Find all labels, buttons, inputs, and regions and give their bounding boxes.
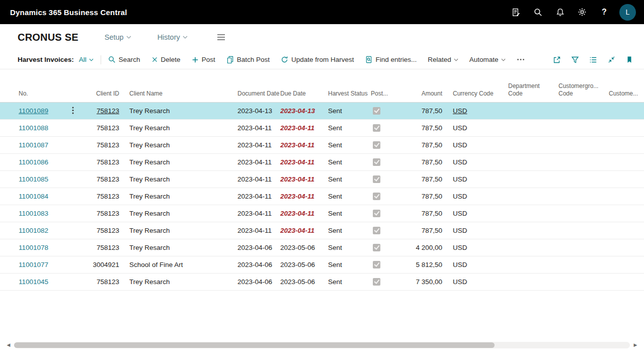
table-row[interactable]: 11001082 758123 Trey Resarch 2023-04-11 … bbox=[0, 222, 644, 239]
currency-code-cell[interactable]: USD bbox=[444, 210, 499, 217]
due-date-cell[interactable]: 2023-05-06 bbox=[280, 278, 328, 286]
table-row[interactable]: 11001089 758123 Trey Resarch 2023-04-13 … bbox=[0, 103, 644, 120]
column-header-document-date[interactable]: Document Date bbox=[237, 90, 280, 98]
automate-dropdown[interactable]: Automate bbox=[469, 56, 506, 63]
client-name-cell[interactable]: Trey Resarch bbox=[121, 107, 237, 115]
column-header-harvest-status[interactable]: Harvest Status bbox=[328, 90, 371, 98]
amount-cell[interactable]: 787,50 bbox=[404, 107, 444, 115]
amount-cell[interactable]: 787,50 bbox=[404, 175, 444, 183]
currency-code-cell[interactable]: USD bbox=[444, 261, 499, 268]
column-header-due-date[interactable]: Due Date bbox=[280, 90, 328, 98]
document-date-cell[interactable]: 2023-04-13 bbox=[237, 107, 280, 115]
harvest-status-cell[interactable]: Sent bbox=[328, 175, 371, 183]
document-date-cell[interactable]: 2023-04-11 bbox=[237, 227, 280, 234]
client-name-cell[interactable]: Trey Resarch bbox=[121, 193, 237, 200]
harvest-status-cell[interactable]: Sent bbox=[328, 158, 371, 166]
client-id-cell[interactable]: 758123 bbox=[83, 158, 121, 166]
scrollbar-track[interactable] bbox=[14, 342, 630, 348]
update-from-harvest-button[interactable]: Update from Harvest bbox=[281, 56, 354, 63]
currency-code-cell[interactable]: USD bbox=[444, 141, 499, 149]
feedback-button[interactable] bbox=[505, 1, 527, 23]
scrollbar-thumb[interactable] bbox=[14, 342, 495, 348]
currency-code-cell[interactable]: USD bbox=[444, 278, 499, 286]
document-date-cell[interactable]: 2023-04-11 bbox=[237, 158, 280, 166]
search-button[interactable] bbox=[527, 1, 549, 23]
column-header-department-code[interactable]: Department Code bbox=[499, 82, 549, 98]
table-row[interactable]: 11001045 758123 Trey Resarch 2023-04-06 … bbox=[0, 274, 644, 291]
amount-cell[interactable]: 7 350,00 bbox=[404, 278, 444, 286]
table-row[interactable]: 11001084 758123 Trey Resarch 2023-04-11 … bbox=[0, 188, 644, 205]
document-date-cell[interactable]: 2023-04-11 bbox=[237, 193, 280, 200]
invoice-no-link[interactable]: 11001084 bbox=[19, 193, 48, 200]
amount-cell[interactable]: 5 812,50 bbox=[404, 261, 444, 268]
client-name-cell[interactable]: Trey Resarch bbox=[121, 278, 237, 286]
table-row[interactable]: 11001086 758123 Trey Resarch 2023-04-11 … bbox=[0, 154, 644, 171]
due-date-cell[interactable]: 2023-04-11 bbox=[280, 210, 328, 217]
due-date-cell[interactable]: 2023-05-06 bbox=[280, 244, 328, 251]
client-name-cell[interactable]: School of Fine Art bbox=[121, 261, 237, 268]
avatar[interactable]: L bbox=[619, 4, 636, 21]
client-id-cell[interactable]: 758123 bbox=[83, 227, 121, 234]
client-id-cell[interactable]: 758123 bbox=[83, 107, 121, 115]
harvest-status-cell[interactable]: Sent bbox=[328, 244, 371, 251]
column-header-currency-code[interactable]: Currency Code bbox=[444, 90, 499, 98]
amount-cell[interactable]: 787,50 bbox=[404, 141, 444, 149]
currency-code-cell[interactable]: USD bbox=[444, 175, 499, 183]
column-header-no[interactable]: No. bbox=[19, 90, 68, 98]
currency-code-cell[interactable]: USD bbox=[444, 124, 499, 132]
due-date-cell[interactable]: 2023-04-11 bbox=[280, 141, 328, 149]
menu-setup[interactable]: Setup bbox=[105, 33, 131, 41]
invoice-no-link[interactable]: 11001082 bbox=[19, 227, 48, 234]
related-dropdown[interactable]: Related bbox=[428, 56, 458, 63]
currency-code-cell[interactable]: USD bbox=[444, 193, 499, 200]
table-row[interactable]: 11001087 758123 Trey Resarch 2023-04-11 … bbox=[0, 137, 644, 154]
more-options-button[interactable] bbox=[517, 58, 525, 61]
due-date-cell[interactable]: 2023-05-06 bbox=[280, 261, 328, 268]
table-row[interactable]: 11001078 758123 Trey Resarch 2023-04-06 … bbox=[0, 239, 644, 256]
amount-cell[interactable]: 787,50 bbox=[404, 124, 444, 132]
delete-button[interactable]: Delete bbox=[151, 56, 181, 63]
share-button[interactable] bbox=[550, 53, 564, 66]
app-title[interactable]: Dynamics 365 Business Central bbox=[10, 8, 127, 17]
document-date-cell[interactable]: 2023-04-06 bbox=[237, 261, 280, 268]
search-list-button[interactable]: Search bbox=[108, 56, 140, 63]
client-name-cell[interactable]: Trey Resarch bbox=[121, 158, 237, 166]
amount-cell[interactable]: 4 200,00 bbox=[404, 244, 444, 251]
client-id-cell[interactable]: 758123 bbox=[83, 175, 121, 183]
find-entries-button[interactable]: Find entries... bbox=[365, 56, 417, 63]
column-header-amount[interactable]: Amount bbox=[404, 90, 444, 98]
currency-code-cell[interactable]: USD bbox=[444, 227, 499, 234]
filter-button[interactable] bbox=[569, 53, 582, 66]
client-id-cell[interactable]: 758123 bbox=[83, 210, 121, 217]
client-id-cell[interactable]: 758123 bbox=[83, 244, 121, 251]
menu-more-button[interactable] bbox=[217, 34, 225, 41]
table-row[interactable]: 11001085 758123 Trey Resarch 2023-04-11 … bbox=[0, 171, 644, 188]
invoice-no-link[interactable]: 11001087 bbox=[19, 141, 48, 149]
menu-history[interactable]: History bbox=[157, 33, 188, 41]
client-name-cell[interactable]: Trey Resarch bbox=[121, 210, 237, 217]
collapse-button[interactable] bbox=[605, 53, 618, 66]
client-name-cell[interactable]: Trey Resarch bbox=[121, 175, 237, 183]
harvest-status-cell[interactable]: Sent bbox=[328, 210, 371, 217]
due-date-cell[interactable]: 2023-04-11 bbox=[280, 175, 328, 183]
bookmark-button[interactable] bbox=[623, 53, 636, 66]
client-id-cell[interactable]: 758123 bbox=[83, 141, 121, 149]
invoice-no-link[interactable]: 11001089 bbox=[19, 107, 48, 115]
harvest-status-cell[interactable]: Sent bbox=[328, 227, 371, 234]
help-button[interactable]: ? bbox=[593, 1, 615, 23]
table-row[interactable]: 11001088 758123 Trey Resarch 2023-04-11 … bbox=[0, 120, 644, 137]
client-id-cell[interactable]: 3004921 bbox=[83, 261, 121, 268]
invoice-no-link[interactable]: 11001078 bbox=[19, 244, 48, 251]
harvest-status-cell[interactable]: Sent bbox=[328, 261, 371, 268]
harvest-status-cell[interactable]: Sent bbox=[328, 278, 371, 286]
batch-post-button[interactable]: Batch Post bbox=[226, 56, 270, 63]
invoice-no-link[interactable]: 11001083 bbox=[19, 210, 48, 217]
document-date-cell[interactable]: 2023-04-11 bbox=[237, 124, 280, 132]
table-row[interactable]: 11001077 3004921 School of Fine Art 2023… bbox=[0, 256, 644, 274]
settings-button[interactable] bbox=[571, 1, 593, 23]
amount-cell[interactable]: 787,50 bbox=[404, 158, 444, 166]
row-options-icon[interactable] bbox=[68, 107, 74, 114]
document-date-cell[interactable]: 2023-04-11 bbox=[237, 141, 280, 149]
due-date-cell[interactable]: 2023-04-13 bbox=[280, 107, 328, 115]
client-name-cell[interactable]: Trey Resarch bbox=[121, 244, 237, 251]
